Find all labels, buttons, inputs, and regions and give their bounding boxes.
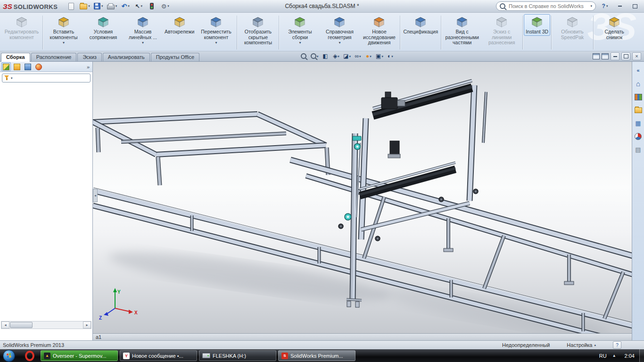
undo-button[interactable]: ↶▾	[119, 1, 132, 11]
ribbon-button-bill-of-materials[interactable]: Спецификация	[401, 14, 440, 36]
print-icon	[107, 5, 115, 9]
taskbar-clock[interactable]: 2:04	[622, 353, 637, 359]
ribbon-button-move-component[interactable]: Переместить компонент ▾	[196, 14, 236, 46]
zoom-fit-button[interactable]	[298, 52, 309, 60]
doc-close-button[interactable]: ×	[632, 52, 641, 60]
display-style-icon: ◪	[343, 53, 348, 59]
file-explorer-icon[interactable]	[634, 106, 642, 114]
smart-fasteners-icon	[173, 16, 186, 28]
tab-assembly[interactable]: Сборка	[1, 53, 30, 62]
taskbar-item-explorer[interactable]: FLESHKA (H:)	[199, 350, 276, 361]
panel-splitter-handle[interactable]: ◂	[93, 189, 98, 202]
ribbon-button-smart-fasteners[interactable]: Автокрепежи	[163, 14, 196, 36]
tab-featuremanager-tree[interactable]	[1, 62, 11, 71]
scroll-left-arrow[interactable]: ◂	[1, 321, 9, 329]
tab-office-products[interactable]: Продукты Office	[151, 53, 199, 61]
rebuild-button[interactable]	[146, 1, 158, 11]
solidworks-resources-icon[interactable]: ⌂	[634, 80, 642, 88]
view-orientation-icon: ◈	[333, 53, 337, 59]
select-button[interactable]: ↖▾	[132, 1, 145, 11]
search-input[interactable]	[508, 3, 588, 9]
view-orientation-button[interactable]: ◈▾	[331, 52, 341, 60]
panel-horizontal-scrollbar[interactable]: ◂ ▸	[1, 321, 91, 329]
ribbon-button-reference-geometry[interactable]: Справочная геометрия ▾	[320, 14, 359, 46]
doc-restore-button[interactable]	[621, 52, 630, 60]
hide-show-items-button[interactable]: ∞▾	[353, 52, 363, 60]
settings-toggle[interactable]: Настройка ▴	[567, 342, 596, 348]
ribbon-button-mate-conditions[interactable]: Условия сопряжения	[83, 14, 123, 41]
display-style-button[interactable]: ◪▾	[342, 52, 352, 60]
save-button[interactable]: ▾	[92, 1, 105, 11]
ribbon-button-new-motion-study[interactable]: Новое исследование движения	[359, 14, 399, 47]
doc-pane-icon-2[interactable]	[602, 53, 609, 59]
ribbon-button-update-speedpak[interactable]: Обновить SpeedPak	[553, 14, 592, 41]
show-desktop-button[interactable]	[639, 349, 644, 362]
chevron-down-icon: ▾	[349, 55, 351, 58]
taskbar-item-mail[interactable]: Y Новое сообщение •...	[120, 350, 197, 361]
ribbon-separator	[237, 16, 237, 49]
zoom-area-button[interactable]: ▾	[309, 52, 320, 60]
graphics-viewport[interactable]: Y X Z ◂ а1	[93, 62, 632, 340]
task-pane-collapse-icon[interactable]: «	[634, 66, 642, 74]
ribbon-button-explode-line-sketch[interactable]: Эскиз с линиями разнесения	[482, 14, 521, 47]
open-document-button[interactable]: ▾	[78, 1, 91, 11]
scrollbar-thumb[interactable]	[10, 322, 33, 328]
view-palette-icon[interactable]: ▦	[634, 119, 642, 127]
filter-input[interactable]	[14, 75, 88, 82]
tab-sketch[interactable]: Эскиз	[77, 53, 101, 61]
triad-z-label: Z	[99, 315, 102, 321]
chevron-down-icon[interactable]: ▾	[11, 76, 13, 80]
app-restore-button[interactable]	[629, 1, 641, 11]
bill-of-materials-icon	[414, 16, 427, 28]
scroll-right-arrow[interactable]: ▸	[83, 321, 91, 329]
custom-properties-icon[interactable]: ▤	[634, 146, 642, 154]
ribbon-button-show-hidden-components[interactable]: Отобразить скрытые компоненты	[238, 14, 278, 47]
options-button[interactable]: ⚙▾	[159, 1, 171, 11]
help-button[interactable]: ?▾	[599, 1, 611, 11]
doc-pane-icon-1[interactable]	[593, 53, 600, 59]
app-minimize-button[interactable]	[614, 1, 626, 11]
tray-chevron-up-icon[interactable]: ▲	[612, 354, 616, 358]
chevron-down-icon[interactable]: ▾	[590, 4, 592, 8]
chevron-down-icon: ▾	[606, 4, 608, 8]
tab-evaluate[interactable]: Анализировать	[103, 53, 150, 61]
language-indicator[interactable]: RU	[599, 353, 607, 359]
appearances-icon[interactable]	[634, 132, 642, 140]
doc-minimize-button[interactable]	[611, 52, 619, 60]
apply-scene-button[interactable]: ▣▾	[374, 52, 385, 60]
new-document-button[interactable]	[65, 1, 77, 11]
ribbon-button-take-snapshot[interactable]: Сделать снимок	[594, 14, 634, 41]
mail-app-icon: Y	[123, 353, 130, 359]
brand-name: SOLIDWORKS	[14, 3, 58, 10]
tab-displaymanager[interactable]	[34, 62, 43, 71]
assembly-model[interactable]: Y X Z	[93, 62, 632, 340]
tree-filter-field[interactable]: ▾	[2, 74, 91, 82]
start-button[interactable]	[3, 350, 15, 362]
bed-frame	[93, 114, 328, 185]
panel-expand-icon[interactable]: »	[87, 64, 91, 70]
print-button[interactable]: ▾	[106, 1, 119, 11]
propertymanager-icon	[14, 64, 20, 70]
taskbar-item-overseer[interactable]: ▲ Overseer - Supermov...	[41, 350, 118, 361]
section-view-button[interactable]: ◧	[320, 52, 330, 60]
ribbon-button-linear-pattern[interactable]: Массив линейных ... ▾	[123, 14, 163, 46]
design-library-icon[interactable]	[634, 93, 642, 101]
status-help-button[interactable]: ?	[613, 341, 621, 349]
taskbar-item-solidworks[interactable]: S SolidWorks Premium...	[278, 350, 355, 361]
titlebar-right-cluster: ▾ ?▾	[496, 1, 641, 11]
ribbon-button-exploded-view[interactable]: Вид с разнесенными частями	[442, 14, 482, 47]
ribbon-button-instant3d[interactable]: Instant 3D	[524, 14, 550, 36]
edit-appearance-button[interactable]: ●▾	[363, 52, 374, 60]
view-settings-button[interactable]: ◐▾	[385, 52, 396, 60]
tab-layout[interactable]: Расположение	[31, 53, 77, 61]
tab-propertymanager[interactable]	[12, 62, 22, 71]
feature-tree-area[interactable]	[0, 84, 92, 340]
restored-document-bar[interactable]: а1	[93, 333, 632, 340]
opera-icon[interactable]	[25, 351, 34, 361]
tab-configurationmanager[interactable]	[23, 62, 33, 71]
ribbon-button-edit-component[interactable]: Редактировать компонент	[2, 14, 41, 41]
ribbon-button-assembly-features[interactable]: Элементы сборки ▾	[280, 14, 320, 46]
help-search-box[interactable]: ▾	[496, 1, 596, 11]
reference-geometry-icon	[333, 16, 346, 28]
ribbon-button-insert-components[interactable]: Вставить компоненты ▾	[44, 14, 83, 46]
